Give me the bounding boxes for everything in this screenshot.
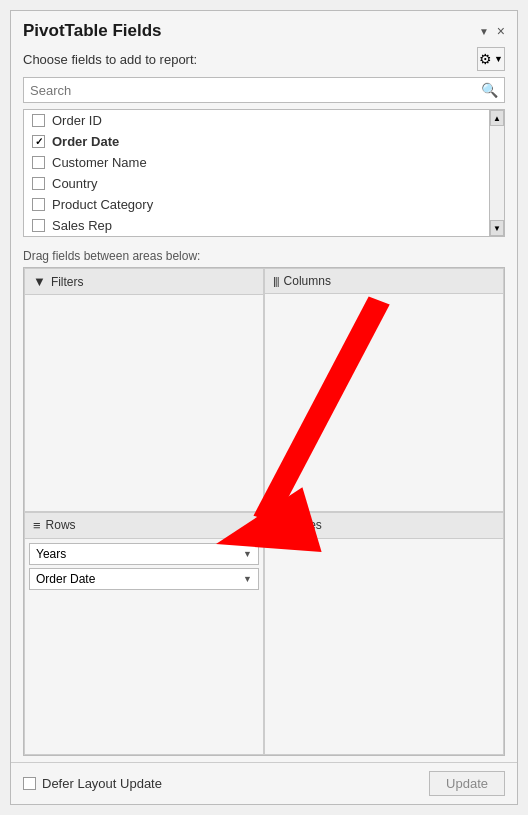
filters-icon: ▼: [33, 274, 46, 289]
columns-label: Columns: [284, 274, 331, 288]
drag-label: Drag fields between areas below:: [11, 243, 517, 267]
chip-dropdown-icon[interactable]: ▼: [243, 549, 252, 559]
defer-label: Defer Layout Update: [42, 776, 162, 791]
rows-chip-label: Order Date: [36, 572, 95, 586]
field-item-country[interactable]: Country: [24, 173, 489, 194]
field-item-customer-name[interactable]: Customer Name: [24, 152, 489, 173]
footer: Defer Layout Update Update: [11, 762, 517, 804]
update-button[interactable]: Update: [429, 771, 505, 796]
field-checkbox-country[interactable]: [32, 177, 45, 190]
field-checkbox-product-category[interactable]: [32, 198, 45, 211]
field-checkbox-order-date[interactable]: ✓: [32, 135, 45, 148]
columns-content[interactable]: [265, 294, 503, 511]
rows-header: ≡ Rows: [25, 513, 263, 539]
panel-dropdown-icon[interactable]: ▼: [479, 26, 489, 37]
columns-area: ||| Columns: [264, 268, 504, 512]
field-checkbox-order-id[interactable]: [32, 114, 45, 127]
field-checkbox-customer-name[interactable]: [32, 156, 45, 169]
field-item-order-date[interactable]: ✓Order Date: [24, 131, 489, 152]
columns-header: ||| Columns: [265, 269, 503, 294]
filters-label: Filters: [51, 275, 84, 289]
rows-label: Rows: [46, 518, 76, 532]
settings-dropdown-icon: ▼: [494, 54, 503, 64]
field-label-country: Country: [52, 176, 98, 191]
areas-grid: ▼ Filters ||| Columns ≡ Rows Years▼Order…: [23, 267, 505, 756]
chip-dropdown-icon[interactable]: ▼: [243, 574, 252, 584]
pivot-table-fields-panel: PivotTable Fields ▼ × Choose fields to a…: [10, 10, 518, 805]
field-label-order-id: Order ID: [52, 113, 102, 128]
filters-area: ▼ Filters: [24, 268, 264, 512]
rows-chip-order-date[interactable]: Order Date▼: [29, 568, 259, 590]
search-row: 🔍: [23, 77, 505, 103]
field-checkbox-sales-rep[interactable]: [32, 219, 45, 232]
field-item-order-id[interactable]: Order ID: [24, 110, 489, 131]
fields-list: Order ID✓Order DateCustomer NameCountryP…: [23, 109, 505, 237]
gear-icon: ⚙: [479, 51, 492, 67]
fields-scroll-area[interactable]: Order ID✓Order DateCustomer NameCountryP…: [24, 110, 489, 236]
columns-icon: |||: [273, 275, 279, 287]
close-button[interactable]: ×: [497, 23, 505, 39]
search-input[interactable]: [24, 79, 475, 102]
field-label-sales-rep: Sales Rep: [52, 218, 112, 233]
settings-button[interactable]: ⚙ ▼: [477, 47, 505, 71]
values-area: Σ Values: [264, 512, 504, 756]
rows-chip-years[interactable]: Years▼: [29, 543, 259, 565]
values-content[interactable]: [265, 539, 503, 755]
panel-title: PivotTable Fields: [23, 21, 162, 41]
rows-content: Years▼Order Date▼: [25, 539, 263, 755]
rows-chip-label: Years: [36, 547, 66, 561]
fields-scrollbar: ▲ ▼: [489, 110, 505, 236]
defer-row: Defer Layout Update: [23, 776, 162, 791]
choose-fields-label: Choose fields to add to report:: [23, 52, 197, 67]
rows-area: ≡ Rows Years▼Order Date▼: [24, 512, 264, 756]
scrollbar-up-button[interactable]: ▲: [490, 110, 504, 126]
rows-icon: ≡: [33, 518, 41, 533]
choose-fields-row: Choose fields to add to report: ⚙ ▼: [11, 47, 517, 77]
filters-content[interactable]: [25, 295, 263, 511]
field-label-order-date: Order Date: [52, 134, 119, 149]
panel-header: PivotTable Fields ▼ ×: [11, 11, 517, 47]
scrollbar-track: [490, 126, 504, 220]
search-icon: 🔍: [475, 78, 504, 102]
field-item-sales-rep[interactable]: Sales Rep: [24, 215, 489, 236]
defer-checkbox[interactable]: [23, 777, 36, 790]
values-icon: Σ: [273, 518, 281, 533]
field-label-customer-name: Customer Name: [52, 155, 147, 170]
values-header: Σ Values: [265, 513, 503, 539]
filters-header: ▼ Filters: [25, 269, 263, 295]
values-label: Values: [286, 518, 322, 532]
field-item-product-category[interactable]: Product Category: [24, 194, 489, 215]
field-label-product-category: Product Category: [52, 197, 153, 212]
scrollbar-down-button[interactable]: ▼: [490, 220, 504, 236]
header-controls: ▼ ×: [479, 23, 505, 39]
